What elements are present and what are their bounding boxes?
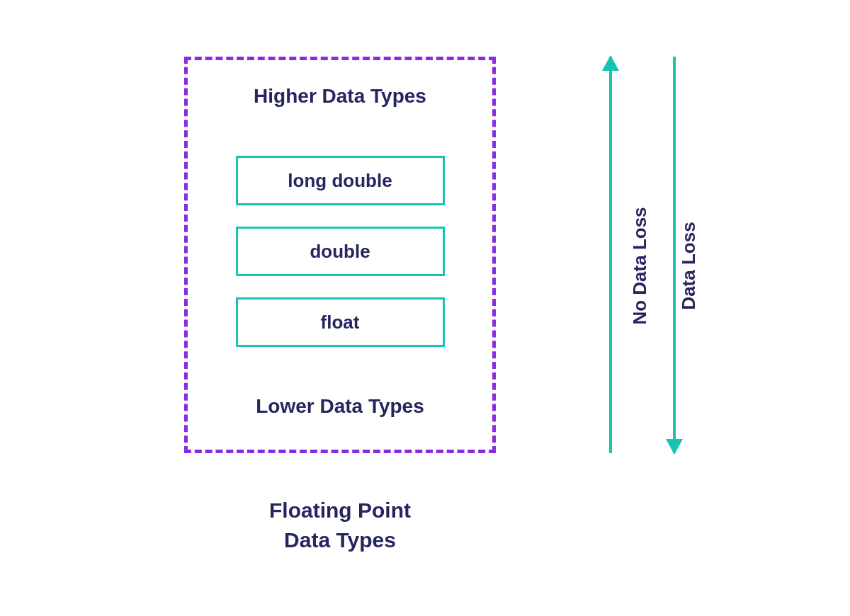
lower-types-label: Lower Data Types (256, 395, 424, 418)
arrow-up-icon (609, 57, 612, 453)
caption-line-1: Floating Point (184, 496, 496, 525)
type-box-long-double: long double (236, 156, 445, 205)
type-box-double: double (236, 227, 445, 276)
type-boxes-group: long double double float (216, 156, 464, 347)
type-box-float: float (236, 297, 445, 347)
data-types-container: Higher Data Types long double double flo… (184, 57, 496, 453)
no-data-loss-label: No Data Loss (629, 207, 651, 324)
arrow-down-icon (673, 57, 676, 453)
diagram-caption: Floating Point Data Types (184, 496, 496, 555)
higher-types-label: Higher Data Types (254, 85, 426, 108)
arrows-container: No Data Loss Data Loss (567, 57, 708, 453)
caption-line-2: Data Types (184, 525, 496, 555)
data-loss-label: Data Loss (678, 222, 700, 309)
